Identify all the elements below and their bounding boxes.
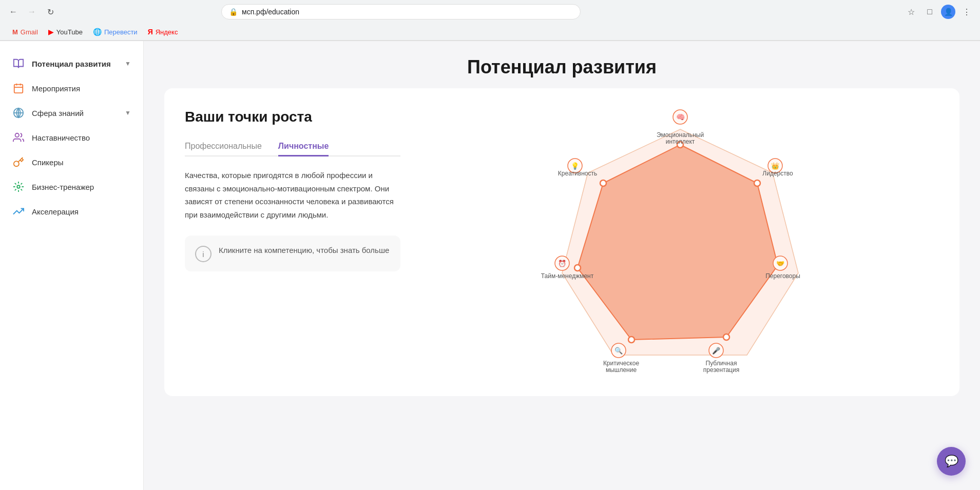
- timemanagement-icon[interactable]: ⏰: [555, 256, 569, 270]
- label-timemanagement: Тайм-менеджмент: [541, 272, 593, 280]
- bookmark-youtube[interactable]: ▶ YouTube: [44, 26, 87, 38]
- radar-chart: 🧠 Эмоциональный интеллект 👑 Лидерство 🤝: [536, 109, 824, 376]
- split-view-button[interactable]: □: [923, 5, 937, 19]
- description-text: Качества, которые пригодятся в любой про…: [185, 169, 400, 221]
- bookmarks-bar: M Gmail ▶ YouTube 🌐 Перевести Я Яндекс: [0, 24, 980, 41]
- yandex-icon: Я: [148, 28, 153, 36]
- bookmark-translate-label: Перевести: [104, 28, 138, 36]
- bookmark-gmail-label: Gmail: [21, 28, 38, 36]
- svg-point-7: [17, 185, 20, 188]
- label-emotional-1: Эмоциональный: [656, 131, 703, 139]
- calendar-icon: [12, 82, 25, 94]
- browser-chrome: ← → ↻ 🔒 мсп.рф/education ☆ □ 👤 ⋮ M Gmail…: [0, 0, 980, 41]
- left-panel: Ваши точки роста Профессиональные Личнос…: [185, 109, 400, 376]
- mentorship-icon: [12, 131, 25, 144]
- sidebar-item-acceleration-label: Акселерация: [32, 207, 131, 216]
- radar-dot-brc[interactable]: [723, 334, 729, 340]
- bookmark-youtube-label: YouTube: [56, 28, 83, 36]
- tab-professional[interactable]: Профессиональные: [185, 138, 262, 156]
- svg-text:👑: 👑: [771, 162, 780, 170]
- label-leadership: Лидерство: [762, 170, 793, 177]
- label-presentation-1: Публичная: [705, 360, 737, 367]
- sidebar-item-knowledge-label: Сфера знаний: [32, 109, 118, 117]
- url-text: мсп.рф/education: [242, 8, 573, 16]
- gmail-icon: M: [12, 28, 18, 36]
- tab-personal[interactable]: Личностные: [278, 138, 329, 156]
- sidebar-item-events[interactable]: Мероприятия: [0, 76, 143, 101]
- radar-dot-tr[interactable]: [754, 180, 760, 186]
- sidebar-item-speakers-label: Спикеры: [32, 158, 131, 167]
- bookmark-gmail[interactable]: M Gmail: [8, 26, 42, 38]
- label-negotiations: Переговоры: [765, 272, 800, 280]
- page-title: Потенциал развития: [144, 56, 980, 78]
- reload-button[interactable]: ↻: [43, 5, 57, 19]
- sidebar-item-acceleration[interactable]: Акселерация: [0, 199, 143, 224]
- browser-toolbar: ← → ↻ 🔒 мсп.рф/education ☆ □ 👤 ⋮: [0, 0, 980, 24]
- chat-icon: 💬: [945, 455, 958, 468]
- label-emotional-2: интеллект: [665, 138, 695, 145]
- sidebar-item-speakers[interactable]: Спикеры: [0, 150, 143, 174]
- emotional-icon[interactable]: 🧠: [673, 110, 687, 124]
- lock-icon: 🔒: [229, 8, 238, 16]
- svg-text:⏰: ⏰: [558, 259, 567, 268]
- toolbar-right: ☆ □ 👤 ⋮: [904, 5, 974, 19]
- info-box: i Кликните на компетенцию, чтобы знать б…: [185, 236, 400, 271]
- menu-button[interactable]: ⋮: [959, 5, 974, 19]
- info-box-text: Кликните на компетенцию, чтобы знать бол…: [219, 245, 389, 257]
- section-title: Ваши точки роста: [185, 109, 400, 125]
- sphere-icon: [12, 107, 25, 119]
- chevron-down-icon-2: ▼: [125, 109, 131, 116]
- page-header: Потенциал развития: [144, 41, 980, 88]
- content-card: Ваши точки роста Профессиональные Личнос…: [164, 88, 959, 396]
- translate-icon: 🌐: [93, 28, 102, 36]
- sidebar-item-mentorship[interactable]: Наставничество: [0, 125, 143, 150]
- svg-text:🎤: 🎤: [712, 346, 721, 355]
- radar-dot-tl[interactable]: [600, 180, 606, 186]
- page-layout: Потенциал развития ▼ Мероприятия Сфера з…: [0, 41, 980, 490]
- bookmark-translate[interactable]: 🌐 Перевести: [89, 26, 142, 38]
- back-button[interactable]: ←: [6, 5, 21, 19]
- sidebar-item-potential[interactable]: Потенциал развития ▼: [0, 51, 143, 76]
- sidebar-item-knowledge[interactable]: Сфера знаний ▼: [0, 101, 143, 125]
- sidebar-item-trainer[interactable]: Бизнес-тренажер: [0, 174, 143, 199]
- sidebar-item-events-label: Мероприятия: [32, 84, 131, 93]
- bookmark-yandex[interactable]: Я Яндекс: [144, 26, 182, 38]
- address-bar[interactable]: 🔒 мсп.рф/education: [221, 4, 581, 19]
- svg-text:🔍: 🔍: [614, 346, 623, 355]
- forward-button[interactable]: →: [25, 5, 39, 19]
- svg-text:🧠: 🧠: [676, 113, 685, 122]
- label-critical-1: Критическое: [603, 360, 639, 367]
- chat-bubble[interactable]: 💬: [937, 447, 966, 476]
- bookmark-star-button[interactable]: ☆: [904, 5, 918, 19]
- tabs-row: Профессиональные Личностные: [185, 138, 400, 156]
- user-avatar[interactable]: 👤: [941, 5, 955, 19]
- book-icon: [12, 57, 25, 70]
- radar-dot-bl[interactable]: [574, 265, 581, 271]
- radar-container: 🧠 Эмоциональный интеллект 👑 Лидерство 🤝: [421, 109, 939, 376]
- info-icon: i: [195, 246, 212, 262]
- svg-text:🤝: 🤝: [776, 259, 785, 268]
- sidebar: Потенциал развития ▼ Мероприятия Сфера з…: [0, 41, 144, 490]
- svg-point-6: [15, 133, 19, 137]
- accel-icon: [12, 205, 25, 218]
- svg-text:💡: 💡: [571, 162, 580, 170]
- trainer-icon: [12, 181, 25, 193]
- main-content: Потенциал развития Ваши точки роста Проф…: [144, 41, 980, 490]
- negotiations-icon[interactable]: 🤝: [773, 256, 787, 270]
- label-creativity: Креативность: [558, 170, 597, 177]
- bookmark-yandex-label: Яндекс: [156, 28, 178, 36]
- svg-rect-0: [14, 85, 23, 93]
- presentation-icon[interactable]: 🎤: [709, 343, 723, 358]
- sidebar-item-mentorship-label: Наставничество: [32, 133, 131, 142]
- label-presentation-2: презентация: [703, 366, 739, 374]
- label-critical-2: мышление: [605, 366, 637, 374]
- sidebar-item-trainer-label: Бизнес-тренажер: [32, 183, 131, 191]
- key-icon: [12, 156, 25, 168]
- sidebar-item-potential-label: Потенциал развития: [32, 60, 118, 68]
- chevron-down-icon: ▼: [125, 60, 131, 67]
- critical-icon[interactable]: 🔍: [611, 343, 626, 358]
- youtube-icon: ▶: [48, 28, 54, 36]
- radar-dot-blc[interactable]: [628, 337, 635, 343]
